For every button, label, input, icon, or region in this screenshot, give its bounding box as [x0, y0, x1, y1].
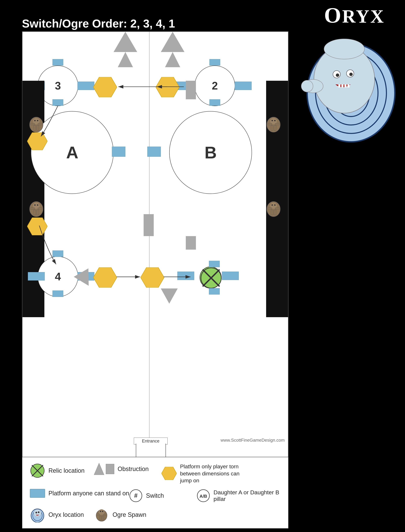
legend-area: Relic location Obstruction	[22, 457, 289, 529]
legend-hex-label: Platform only player torn between dimens…	[180, 463, 251, 484]
svg-rect-25	[30, 208, 35, 209]
hexagon-3	[93, 77, 117, 98]
platform-3-bottom	[53, 99, 63, 106]
gray-rect-lower-center	[144, 214, 154, 236]
entrance-label: Entrance	[134, 438, 168, 444]
svg-point-73	[34, 509, 41, 517]
hexagon-left-bottom	[27, 218, 47, 236]
legend-platform-icon	[30, 489, 45, 498]
legend-obstruction-icon	[94, 463, 114, 475]
platform-relic-bottom	[209, 288, 220, 295]
map-area: 3 2	[22, 31, 289, 463]
hexagon-left-mid	[27, 132, 47, 151]
relic-location	[200, 267, 222, 289]
platform-a-right	[112, 147, 125, 157]
gray-rect-lower-right-small	[186, 236, 196, 250]
ogre-spawn-bottom-right	[265, 201, 282, 218]
arena-a-label: A	[66, 143, 78, 162]
svg-point-4	[34, 120, 36, 121]
svg-rect-35	[275, 208, 279, 209]
svg-marker-66	[162, 467, 177, 480]
platform-4-top	[53, 250, 63, 257]
svg-marker-0	[93, 77, 117, 97]
legend-hex-icon	[162, 467, 177, 481]
svg-rect-82	[96, 514, 100, 515]
legend-switch-icon: #	[129, 489, 143, 502]
platform-4-left	[28, 272, 45, 281]
platform-2-top	[209, 59, 220, 66]
svg-point-13	[271, 120, 273, 121]
website-credit: www.ScottFineGameDesign.com	[221, 438, 285, 443]
svg-rect-80	[99, 516, 101, 520]
triangle-obstruction-left	[114, 32, 137, 52]
hexagon-4	[93, 267, 117, 288]
platform-4-bottom	[53, 290, 63, 297]
ogre-spawn-top-left	[28, 116, 45, 133]
ogre-spawn-top-right	[265, 116, 282, 133]
legend-daughter-label: Daughter A or Daughter B pillar	[214, 489, 281, 502]
legend-ogre-label: Ogre Spawn	[113, 511, 146, 518]
svg-text:A/B: A/B	[200, 494, 207, 499]
legend-switch-label: Switch	[146, 492, 164, 499]
svg-rect-34	[268, 208, 272, 209]
legend-daughter-icon: A/B	[197, 489, 210, 502]
svg-rect-56	[341, 84, 343, 88]
oryx-monster-illustration	[287, 22, 405, 149]
switch-order-heading: Switch/Ogre Order: 2, 3, 4, 1	[22, 17, 175, 30]
svg-rect-16	[274, 125, 276, 131]
svg-point-78	[100, 511, 101, 512]
svg-rect-33	[274, 210, 276, 215]
svg-rect-17	[268, 123, 272, 125]
svg-point-79	[102, 511, 103, 512]
gray-rect-top-right	[186, 81, 196, 99]
platform-relic-right	[222, 272, 239, 280]
triangle-obstruction-left-small	[118, 52, 133, 67]
svg-rect-57	[344, 84, 346, 88]
svg-marker-1	[156, 77, 179, 97]
platform-2-right	[235, 82, 252, 90]
svg-point-30	[271, 204, 273, 206]
svg-point-5	[37, 120, 38, 121]
svg-point-53	[336, 73, 339, 77]
svg-rect-26	[38, 208, 42, 209]
legend-obstruction-label: Obstruction	[118, 465, 149, 473]
arena-b-label: B	[204, 143, 217, 162]
svg-text:#: #	[134, 492, 137, 499]
svg-rect-32	[271, 210, 273, 215]
hexagon-between-3-2	[156, 77, 179, 98]
svg-point-14	[274, 120, 276, 121]
legend-relic-label: Relic location	[48, 467, 85, 474]
svg-rect-8	[30, 123, 35, 125]
svg-rect-23	[34, 210, 36, 215]
platform-b-left	[147, 147, 161, 157]
svg-rect-7	[37, 125, 39, 131]
svg-marker-27	[27, 218, 47, 235]
svg-rect-18	[275, 123, 279, 125]
svg-point-75	[38, 511, 40, 513]
svg-rect-9	[38, 123, 42, 125]
triangle-obstruction-relic-area	[161, 289, 178, 304]
svg-rect-6	[34, 125, 36, 131]
svg-point-54	[349, 73, 353, 76]
triangle-obstruction-right	[161, 32, 184, 52]
svg-point-21	[34, 204, 36, 206]
svg-rect-15	[271, 125, 273, 131]
svg-point-61	[324, 39, 364, 59]
platform-2-bottom	[209, 99, 220, 106]
platform-3-right	[77, 82, 94, 90]
svg-marker-37	[141, 267, 164, 288]
svg-rect-55	[338, 84, 340, 88]
legend-oryx-icon	[30, 507, 45, 522]
svg-point-22	[37, 204, 38, 206]
svg-marker-10	[27, 132, 47, 150]
legend-oryx-label: Oryx location	[48, 511, 84, 518]
svg-rect-81	[102, 516, 104, 520]
circle-b: B	[169, 111, 252, 194]
legend-platform-label: Platform anyone can stand on	[48, 490, 129, 497]
svg-point-31	[274, 204, 276, 206]
hexagon-bottom-center	[141, 267, 164, 288]
svg-rect-83	[104, 514, 107, 515]
svg-marker-65	[94, 463, 104, 475]
ogre-spawn-bottom-left	[28, 201, 45, 218]
platform-relic-left	[177, 272, 194, 280]
